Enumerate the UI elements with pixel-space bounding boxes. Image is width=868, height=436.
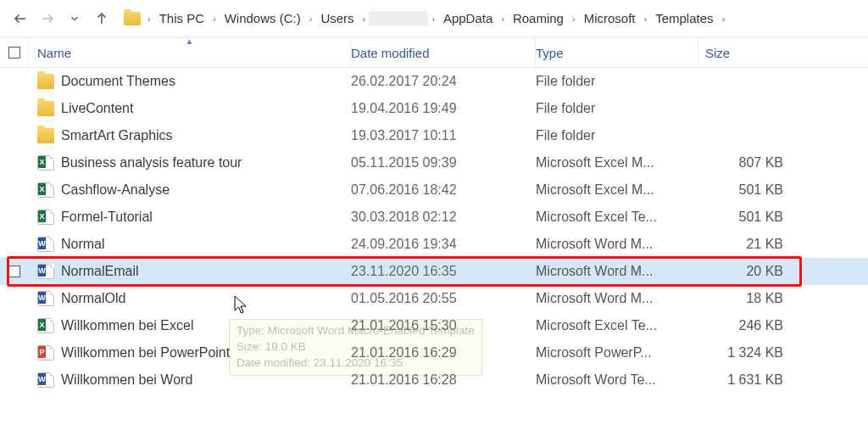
file-date: 19.03.2017 10:11 bbox=[351, 128, 536, 143]
breadcrumb-item-redacted[interactable] bbox=[369, 11, 428, 26]
file-type: Microsoft Word Te... bbox=[536, 372, 698, 388]
row-name-cell[interactable]: SmartArt Graphics bbox=[29, 128, 351, 143]
row-checkbox-cell[interactable] bbox=[0, 293, 29, 305]
file-type: Microsoft Word M... bbox=[536, 237, 698, 252]
file-row[interactable]: SmartArt Graphics19.03.2017 10:11File fo… bbox=[0, 122, 868, 149]
folder-icon bbox=[37, 74, 54, 89]
file-type: Microsoft Excel Te... bbox=[536, 318, 698, 333]
file-date: 05.11.2015 09:39 bbox=[351, 155, 536, 170]
file-row[interactable]: Document Themes26.02.2017 20:24File fold… bbox=[0, 68, 868, 95]
file-row[interactable]: Formel-Tutorial30.03.2018 02:12Microsoft… bbox=[0, 204, 868, 231]
file-name: Business analysis feature tour bbox=[61, 155, 242, 170]
row-name-cell[interactable]: Formel-Tutorial bbox=[29, 210, 351, 225]
file-date: 19.04.2016 19:49 bbox=[351, 101, 536, 116]
file-name: SmartArt Graphics bbox=[61, 128, 173, 143]
file-row[interactable]: Willkommen bei PowerPoint21.01.2016 16:2… bbox=[0, 339, 868, 366]
bottom-fade bbox=[0, 411, 868, 436]
nav-back-button[interactable] bbox=[8, 7, 32, 31]
file-size: 18 KB bbox=[698, 291, 834, 306]
breadcrumb-separator: › bbox=[211, 14, 218, 24]
breadcrumb-item[interactable]: Templates bbox=[650, 9, 718, 27]
row-name-cell[interactable]: NormalOld bbox=[29, 291, 351, 306]
header-select-all[interactable] bbox=[0, 38, 29, 67]
word-file-icon bbox=[37, 237, 54, 252]
file-size: 501 KB bbox=[698, 182, 834, 198]
file-type: File folder bbox=[536, 101, 698, 116]
breadcrumb[interactable]: › This PC › Windows (C:) › Users › › App… bbox=[120, 6, 860, 31]
header-name-label: Name bbox=[37, 46, 71, 60]
row-checkbox-cell[interactable] bbox=[0, 130, 29, 142]
arrow-up-icon bbox=[94, 11, 109, 26]
row-name-cell[interactable]: LiveContent bbox=[29, 101, 351, 116]
row-checkbox-cell[interactable] bbox=[0, 103, 29, 115]
file-row[interactable]: NormalEmail23.11.2020 16:35Microsoft Wor… bbox=[0, 258, 868, 285]
nav-up-button[interactable] bbox=[90, 7, 114, 31]
breadcrumb-item[interactable]: Microsoft bbox=[579, 9, 641, 27]
row-name-cell[interactable]: Willkommen bei PowerPoint bbox=[29, 345, 351, 361]
header-date-modified[interactable]: Date modified bbox=[351, 38, 536, 67]
row-checkbox-cell[interactable] bbox=[0, 347, 29, 359]
breadcrumb-separator: › bbox=[430, 14, 437, 24]
file-type: Microsoft Excel Te... bbox=[536, 210, 698, 225]
breadcrumb-item[interactable]: This PC bbox=[154, 9, 209, 27]
row-checkbox-cell[interactable] bbox=[0, 238, 29, 250]
row-checkbox-cell[interactable] bbox=[0, 184, 29, 196]
file-size: 807 KB bbox=[698, 155, 834, 170]
nav-forward-button[interactable] bbox=[36, 7, 59, 31]
file-type: Microsoft Excel M... bbox=[536, 182, 698, 198]
file-row[interactable]: Business analysis feature tour05.11.2015… bbox=[0, 149, 868, 176]
excel-file-icon bbox=[37, 210, 54, 225]
breadcrumb-item[interactable]: AppData bbox=[438, 9, 498, 27]
nav-recent-dropdown[interactable] bbox=[63, 7, 86, 31]
header-name[interactable]: ▲ Name bbox=[29, 38, 351, 67]
row-name-cell[interactable]: Willkommen bei Word bbox=[29, 372, 351, 388]
header-size[interactable]: Size bbox=[698, 38, 834, 67]
word-file-icon bbox=[37, 264, 54, 279]
row-name-cell[interactable]: Cashflow-Analyse bbox=[29, 182, 351, 198]
row-checkbox-cell[interactable] bbox=[0, 211, 29, 223]
file-size: 1 324 KB bbox=[698, 345, 834, 361]
breadcrumb-separator: › bbox=[361, 14, 368, 24]
folder-icon bbox=[37, 128, 54, 143]
file-type: Microsoft Word M... bbox=[536, 291, 698, 306]
breadcrumb-item[interactable]: Roaming bbox=[508, 9, 569, 27]
row-checkbox-cell[interactable] bbox=[0, 374, 29, 386]
file-name: Document Themes bbox=[61, 74, 175, 89]
breadcrumb-item[interactable]: Users bbox=[315, 9, 359, 27]
file-row[interactable]: Normal24.09.2016 19:34Microsoft Word M..… bbox=[0, 231, 868, 258]
row-checkbox-cell[interactable] bbox=[0, 266, 29, 277]
file-size: 246 KB bbox=[698, 318, 834, 333]
row-name-cell[interactable]: Willkommen bei Excel bbox=[29, 318, 351, 333]
row-checkbox-cell[interactable] bbox=[0, 75, 29, 87]
row-checkbox-cell[interactable] bbox=[0, 320, 29, 332]
file-date: 07.06.2016 18:42 bbox=[351, 182, 536, 198]
excel-file-icon bbox=[37, 182, 54, 198]
file-date: 24.09.2016 19:34 bbox=[351, 237, 536, 252]
row-name-cell[interactable]: Document Themes bbox=[29, 74, 351, 89]
row-name-cell[interactable]: NormalEmail bbox=[29, 264, 351, 279]
breadcrumb-separator: › bbox=[721, 14, 727, 24]
breadcrumb-separator: › bbox=[642, 14, 648, 24]
file-date: 21.01.2016 16:29 bbox=[351, 345, 536, 361]
file-date: 23.11.2020 16:35 bbox=[351, 264, 536, 279]
header-size-label: Size bbox=[705, 46, 730, 60]
toolbar: › This PC › Windows (C:) › Users › › App… bbox=[0, 0, 868, 37]
file-type: Microsoft PowerP... bbox=[536, 345, 698, 361]
file-row[interactable]: Willkommen bei Excel21.01.2016 15:30Micr… bbox=[0, 312, 868, 339]
file-size: 1 631 KB bbox=[698, 372, 834, 388]
breadcrumb-item[interactable]: Windows (C:) bbox=[220, 9, 306, 27]
file-type: File folder bbox=[536, 128, 698, 143]
arrow-right-icon bbox=[40, 11, 55, 26]
file-name: Willkommen bei PowerPoint bbox=[61, 345, 230, 361]
file-row[interactable]: NormalOld01.05.2016 20:55Microsoft Word … bbox=[0, 285, 868, 312]
breadcrumb-separator: › bbox=[499, 14, 506, 24]
row-name-cell[interactable]: Normal bbox=[29, 237, 351, 252]
row-name-cell[interactable]: Business analysis feature tour bbox=[29, 155, 351, 170]
breadcrumb-separator: › bbox=[146, 14, 153, 24]
file-row[interactable]: LiveContent19.04.2016 19:49File folder bbox=[0, 95, 868, 122]
file-row[interactable]: Cashflow-Analyse07.06.2016 18:42Microsof… bbox=[0, 176, 868, 204]
header-type[interactable]: Type bbox=[536, 38, 698, 67]
row-checkbox-cell[interactable] bbox=[0, 157, 29, 169]
file-row[interactable]: Willkommen bei Word21.01.2016 16:28Micro… bbox=[0, 366, 868, 394]
file-date: 01.05.2016 20:55 bbox=[351, 291, 536, 306]
